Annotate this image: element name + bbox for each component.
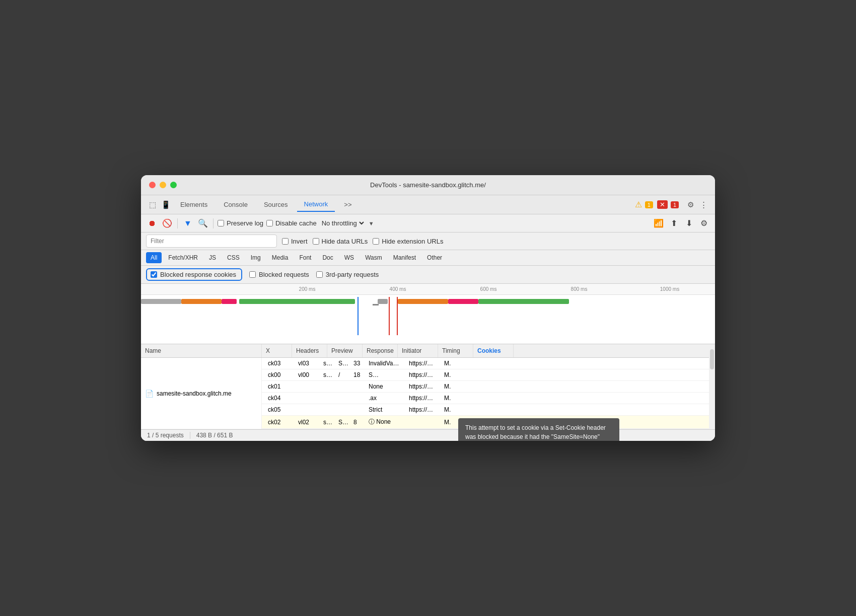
warning-badge[interactable]: 1 — [645, 201, 653, 208]
cookie-samesite: None — [367, 383, 407, 390]
cookie-source: https://… — [407, 395, 442, 402]
minimize-button[interactable] — [160, 182, 166, 188]
cookie-row-ck03[interactable]: ck03 vl03 s… S… 33 InvalidVa… https://… … — [262, 358, 715, 369]
transfer-size: 438 B / 651 B — [196, 432, 233, 439]
th-response[interactable]: Response — [363, 344, 398, 357]
close-button[interactable] — [149, 182, 156, 188]
blocked-row: Blocked response cookies Blocked request… — [141, 266, 715, 284]
tab-elements[interactable]: Elements — [173, 198, 215, 211]
invert-checkbox[interactable] — [282, 238, 289, 245]
type-btn-media[interactable]: Media — [267, 252, 293, 263]
hide-data-urls-text: Hide data URLs — [322, 238, 368, 245]
blocked-requests-label[interactable]: Blocked requests — [249, 271, 309, 278]
maximize-button[interactable] — [170, 182, 177, 188]
th-x[interactable]: X — [262, 344, 292, 357]
filter-input[interactable] — [146, 235, 277, 248]
cookie-samesite: Strict — [367, 406, 407, 413]
row-name: samesite-sandbox.glitch.me — [157, 390, 232, 397]
th-timing[interactable]: Timing — [438, 344, 473, 357]
wifi-icon[interactable]: 📶 — [653, 217, 665, 229]
error-badge[interactable]: 1 — [671, 201, 679, 208]
error-badge-icon: ✕ — [657, 200, 668, 209]
hide-ext-urls-checkbox[interactable] — [373, 238, 379, 245]
type-btn-manifest[interactable]: Manifest — [389, 252, 420, 263]
type-btn-other[interactable]: Other — [422, 252, 447, 263]
more-icon[interactable]: ⋮ — [698, 199, 709, 210]
type-btn-font[interactable]: Font — [295, 252, 316, 263]
tab-console[interactable]: Console — [217, 198, 255, 211]
cookie-name: ck04 — [266, 395, 296, 402]
filter-button[interactable]: ▼ — [182, 217, 194, 229]
type-btn-css[interactable]: CSS — [223, 252, 244, 263]
cookie-path: s… — [321, 360, 336, 367]
track-dash — [373, 304, 379, 305]
hide-ext-urls-label[interactable]: Hide extension URLs — [373, 238, 443, 245]
cookie-source: https://… — [407, 371, 442, 378]
type-btn-wasm[interactable]: Wasm — [361, 252, 387, 263]
th-headers[interactable]: Headers — [292, 344, 327, 357]
download-icon[interactable]: ⬇ — [683, 217, 695, 229]
type-btn-img[interactable]: Img — [246, 252, 265, 263]
hide-data-urls-label[interactable]: Hide data URLs — [313, 238, 368, 245]
disable-cache-checkbox[interactable] — [266, 220, 273, 226]
throttle-select[interactable]: No throttling — [320, 219, 366, 227]
type-btn-fetch[interactable]: Fetch/XHR — [164, 252, 202, 263]
th-preview[interactable]: Preview — [327, 344, 363, 357]
tab-network[interactable]: Network — [297, 197, 335, 212]
cookie-tooltip: This attempt to set a cookie via a Set-C… — [458, 418, 619, 441]
cookie-row-ck00[interactable]: ck00 vl00 s… / 18 S… https://… M. — [262, 369, 715, 381]
scrollbar-track[interactable] — [709, 344, 715, 429]
tab-sources[interactable]: Sources — [257, 198, 295, 211]
cookie-last: M. — [442, 406, 467, 413]
cookie-row-ck04[interactable]: ck04 .ax https://… M. — [262, 393, 715, 404]
cookie-source: https://… — [407, 406, 442, 413]
disable-cache-label[interactable]: Disable cache — [266, 219, 317, 227]
divider-2 — [213, 218, 213, 228]
invert-label[interactable]: Invert — [282, 238, 308, 245]
titlebar: DevTools - samesite-sandbox.glitch.me/ — [141, 175, 715, 195]
settings-icon[interactable]: ⚙ — [685, 199, 696, 210]
tab-more[interactable]: >> — [337, 198, 359, 211]
track-pink-2 — [448, 299, 478, 304]
search-button[interactable]: 🔍 — [197, 217, 209, 229]
th-cookies[interactable]: Cookies — [473, 344, 514, 357]
th-name: Name — [141, 344, 262, 357]
network-settings-icon[interactable]: ⚙ — [698, 217, 710, 229]
cookie-last: M. — [442, 371, 467, 378]
blocked-requests-checkbox[interactable] — [249, 271, 256, 278]
type-btn-all[interactable]: All — [146, 252, 162, 263]
cookie-name: ck05 — [266, 406, 296, 413]
blocked-cookies-text: Blocked response cookies — [160, 271, 236, 278]
cookie-row-ck05[interactable]: ck05 Strict https://… M. — [262, 404, 715, 416]
track-gray-2 — [378, 299, 388, 304]
scrollbar-thumb[interactable] — [710, 349, 714, 369]
cookie-last: M. — [442, 383, 467, 390]
timeline-marker-red-1 — [389, 297, 390, 335]
track-orange — [181, 299, 222, 304]
timeline-area: 200 ms 400 ms 600 ms 800 ms 1000 ms — [141, 284, 715, 344]
devtools-window: DevTools - samesite-sandbox.glitch.me/ ⬚… — [141, 175, 715, 441]
cookie-row-ck01[interactable]: ck01 None https://… M. — [262, 381, 715, 393]
hide-data-urls-checkbox[interactable] — [313, 238, 319, 245]
cursor-icon[interactable]: ⬚ — [147, 199, 158, 210]
row-name-cell[interactable]: 📄 samesite-sandbox.glitch.me — [141, 358, 262, 429]
cookie-path: s… — [321, 371, 336, 378]
type-btn-js[interactable]: JS — [204, 252, 221, 263]
blocked-cookies-label[interactable]: Blocked response cookies — [146, 268, 242, 281]
table-row[interactable]: 📄 samesite-sandbox.glitch.me ck03 vl03 s… — [141, 358, 715, 429]
mobile-icon[interactable]: 📱 — [160, 199, 171, 210]
third-party-checkbox[interactable] — [316, 271, 323, 278]
preserve-log-checkbox[interactable] — [218, 220, 224, 226]
blocked-cookies-checkbox[interactable] — [151, 271, 157, 278]
type-btn-ws[interactable]: WS — [340, 252, 359, 263]
record-button[interactable]: ⏺ — [146, 217, 158, 229]
preserve-log-label[interactable]: Preserve log — [218, 219, 263, 227]
type-btn-doc[interactable]: Doc — [318, 252, 337, 263]
th-initiator[interactable]: Initiator — [398, 344, 438, 357]
clear-button[interactable]: 🚫 — [161, 217, 173, 229]
cookie-value: vl03 — [296, 360, 321, 367]
timeline-ruler: 200 ms 400 ms 600 ms 800 ms 1000 ms — [141, 284, 715, 295]
cookie-samesite: ⓘ None — [367, 418, 407, 426]
third-party-label[interactable]: 3rd-party requests — [316, 271, 379, 278]
upload-icon[interactable]: ⬆ — [668, 217, 680, 229]
